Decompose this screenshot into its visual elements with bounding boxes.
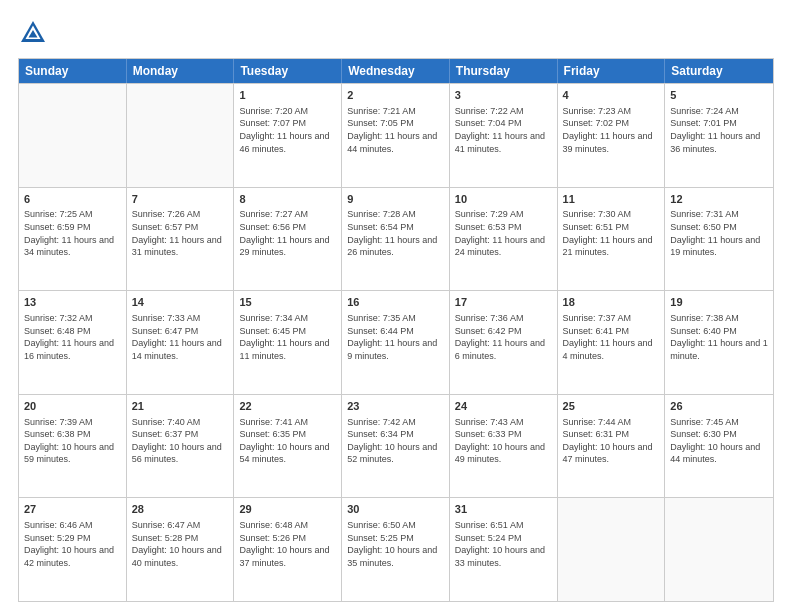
cell-info: Sunrise: 6:48 AM Sunset: 5:26 PM Dayligh… [239, 519, 336, 569]
cell-day-number: 2 [347, 88, 444, 103]
cell-day-number: 7 [132, 192, 229, 207]
cell-day-number: 18 [563, 295, 660, 310]
calendar-cell: 30Sunrise: 6:50 AM Sunset: 5:25 PM Dayli… [342, 498, 450, 601]
calendar-cell: 21Sunrise: 7:40 AM Sunset: 6:37 PM Dayli… [127, 395, 235, 498]
weekday-header: Monday [127, 59, 235, 83]
cell-day-number: 23 [347, 399, 444, 414]
calendar-row: 20Sunrise: 7:39 AM Sunset: 6:38 PM Dayli… [19, 394, 773, 498]
cell-info: Sunrise: 7:29 AM Sunset: 6:53 PM Dayligh… [455, 208, 552, 258]
calendar-cell: 8Sunrise: 7:27 AM Sunset: 6:56 PM Daylig… [234, 188, 342, 291]
cell-info: Sunrise: 7:21 AM Sunset: 7:05 PM Dayligh… [347, 105, 444, 155]
weekday-header: Thursday [450, 59, 558, 83]
cell-info: Sunrise: 7:39 AM Sunset: 6:38 PM Dayligh… [24, 416, 121, 466]
cell-info: Sunrise: 6:50 AM Sunset: 5:25 PM Dayligh… [347, 519, 444, 569]
cell-day-number: 10 [455, 192, 552, 207]
calendar-cell: 23Sunrise: 7:42 AM Sunset: 6:34 PM Dayli… [342, 395, 450, 498]
weekday-header: Sunday [19, 59, 127, 83]
calendar-cell: 20Sunrise: 7:39 AM Sunset: 6:38 PM Dayli… [19, 395, 127, 498]
cell-info: Sunrise: 6:47 AM Sunset: 5:28 PM Dayligh… [132, 519, 229, 569]
cell-day-number: 28 [132, 502, 229, 517]
cell-day-number: 14 [132, 295, 229, 310]
cell-day-number: 19 [670, 295, 768, 310]
cell-day-number: 9 [347, 192, 444, 207]
cell-info: Sunrise: 7:31 AM Sunset: 6:50 PM Dayligh… [670, 208, 768, 258]
calendar-cell: 12Sunrise: 7:31 AM Sunset: 6:50 PM Dayli… [665, 188, 773, 291]
cell-day-number: 5 [670, 88, 768, 103]
calendar-cell: 16Sunrise: 7:35 AM Sunset: 6:44 PM Dayli… [342, 291, 450, 394]
calendar-cell [665, 498, 773, 601]
cell-day-number: 21 [132, 399, 229, 414]
cell-info: Sunrise: 7:33 AM Sunset: 6:47 PM Dayligh… [132, 312, 229, 362]
calendar-cell: 19Sunrise: 7:38 AM Sunset: 6:40 PM Dayli… [665, 291, 773, 394]
calendar-cell: 9Sunrise: 7:28 AM Sunset: 6:54 PM Daylig… [342, 188, 450, 291]
calendar-cell [19, 84, 127, 187]
cell-info: Sunrise: 7:38 AM Sunset: 6:40 PM Dayligh… [670, 312, 768, 362]
calendar-cell: 17Sunrise: 7:36 AM Sunset: 6:42 PM Dayli… [450, 291, 558, 394]
cell-info: Sunrise: 7:23 AM Sunset: 7:02 PM Dayligh… [563, 105, 660, 155]
cell-info: Sunrise: 7:24 AM Sunset: 7:01 PM Dayligh… [670, 105, 768, 155]
cell-day-number: 22 [239, 399, 336, 414]
cell-day-number: 8 [239, 192, 336, 207]
calendar-header: SundayMondayTuesdayWednesdayThursdayFrid… [19, 59, 773, 83]
cell-day-number: 24 [455, 399, 552, 414]
cell-info: Sunrise: 7:41 AM Sunset: 6:35 PM Dayligh… [239, 416, 336, 466]
cell-info: Sunrise: 7:45 AM Sunset: 6:30 PM Dayligh… [670, 416, 768, 466]
calendar-row: 27Sunrise: 6:46 AM Sunset: 5:29 PM Dayli… [19, 497, 773, 601]
cell-info: Sunrise: 7:44 AM Sunset: 6:31 PM Dayligh… [563, 416, 660, 466]
calendar-cell: 5Sunrise: 7:24 AM Sunset: 7:01 PM Daylig… [665, 84, 773, 187]
calendar-cell: 22Sunrise: 7:41 AM Sunset: 6:35 PM Dayli… [234, 395, 342, 498]
calendar-cell: 25Sunrise: 7:44 AM Sunset: 6:31 PM Dayli… [558, 395, 666, 498]
calendar-cell: 6Sunrise: 7:25 AM Sunset: 6:59 PM Daylig… [19, 188, 127, 291]
cell-day-number: 27 [24, 502, 121, 517]
calendar-cell [127, 84, 235, 187]
cell-info: Sunrise: 7:28 AM Sunset: 6:54 PM Dayligh… [347, 208, 444, 258]
cell-day-number: 1 [239, 88, 336, 103]
cell-info: Sunrise: 7:25 AM Sunset: 6:59 PM Dayligh… [24, 208, 121, 258]
cell-day-number: 15 [239, 295, 336, 310]
cell-day-number: 31 [455, 502, 552, 517]
cell-info: Sunrise: 7:20 AM Sunset: 7:07 PM Dayligh… [239, 105, 336, 155]
calendar-cell: 3Sunrise: 7:22 AM Sunset: 7:04 PM Daylig… [450, 84, 558, 187]
calendar-cell: 27Sunrise: 6:46 AM Sunset: 5:29 PM Dayli… [19, 498, 127, 601]
cell-info: Sunrise: 7:26 AM Sunset: 6:57 PM Dayligh… [132, 208, 229, 258]
calendar-body: 1Sunrise: 7:20 AM Sunset: 7:07 PM Daylig… [19, 83, 773, 601]
weekday-header: Friday [558, 59, 666, 83]
logo-icon [18, 18, 48, 48]
calendar-row: 6Sunrise: 7:25 AM Sunset: 6:59 PM Daylig… [19, 187, 773, 291]
calendar-cell: 4Sunrise: 7:23 AM Sunset: 7:02 PM Daylig… [558, 84, 666, 187]
calendar-cell: 28Sunrise: 6:47 AM Sunset: 5:28 PM Dayli… [127, 498, 235, 601]
calendar-cell: 7Sunrise: 7:26 AM Sunset: 6:57 PM Daylig… [127, 188, 235, 291]
cell-day-number: 3 [455, 88, 552, 103]
cell-info: Sunrise: 7:30 AM Sunset: 6:51 PM Dayligh… [563, 208, 660, 258]
weekday-header: Wednesday [342, 59, 450, 83]
calendar-cell: 15Sunrise: 7:34 AM Sunset: 6:45 PM Dayli… [234, 291, 342, 394]
cell-info: Sunrise: 7:36 AM Sunset: 6:42 PM Dayligh… [455, 312, 552, 362]
calendar-cell: 24Sunrise: 7:43 AM Sunset: 6:33 PM Dayli… [450, 395, 558, 498]
header [18, 18, 774, 48]
calendar-cell: 18Sunrise: 7:37 AM Sunset: 6:41 PM Dayli… [558, 291, 666, 394]
cell-day-number: 30 [347, 502, 444, 517]
calendar-cell: 14Sunrise: 7:33 AM Sunset: 6:47 PM Dayli… [127, 291, 235, 394]
cell-info: Sunrise: 7:27 AM Sunset: 6:56 PM Dayligh… [239, 208, 336, 258]
cell-day-number: 6 [24, 192, 121, 207]
cell-day-number: 26 [670, 399, 768, 414]
cell-day-number: 25 [563, 399, 660, 414]
calendar-cell: 2Sunrise: 7:21 AM Sunset: 7:05 PM Daylig… [342, 84, 450, 187]
cell-day-number: 13 [24, 295, 121, 310]
calendar-cell: 31Sunrise: 6:51 AM Sunset: 5:24 PM Dayli… [450, 498, 558, 601]
cell-info: Sunrise: 7:37 AM Sunset: 6:41 PM Dayligh… [563, 312, 660, 362]
cell-info: Sunrise: 7:22 AM Sunset: 7:04 PM Dayligh… [455, 105, 552, 155]
calendar-cell: 11Sunrise: 7:30 AM Sunset: 6:51 PM Dayli… [558, 188, 666, 291]
calendar-row: 1Sunrise: 7:20 AM Sunset: 7:07 PM Daylig… [19, 83, 773, 187]
cell-day-number: 11 [563, 192, 660, 207]
calendar-cell: 1Sunrise: 7:20 AM Sunset: 7:07 PM Daylig… [234, 84, 342, 187]
cell-info: Sunrise: 7:35 AM Sunset: 6:44 PM Dayligh… [347, 312, 444, 362]
page: SundayMondayTuesdayWednesdayThursdayFrid… [0, 0, 792, 612]
calendar-row: 13Sunrise: 7:32 AM Sunset: 6:48 PM Dayli… [19, 290, 773, 394]
calendar-cell: 13Sunrise: 7:32 AM Sunset: 6:48 PM Dayli… [19, 291, 127, 394]
cell-day-number: 29 [239, 502, 336, 517]
calendar: SundayMondayTuesdayWednesdayThursdayFrid… [18, 58, 774, 602]
cell-info: Sunrise: 7:42 AM Sunset: 6:34 PM Dayligh… [347, 416, 444, 466]
cell-day-number: 12 [670, 192, 768, 207]
cell-info: Sunrise: 7:40 AM Sunset: 6:37 PM Dayligh… [132, 416, 229, 466]
